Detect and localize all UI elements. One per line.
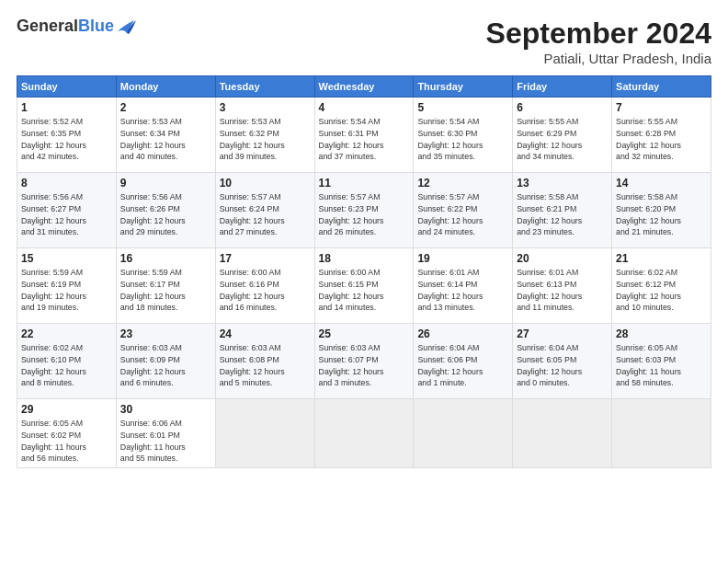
calendar-header-sunday: Sunday — [17, 76, 117, 98]
day-number: 1 — [21, 101, 112, 114]
day-info: Sunrise: 6:01 AM Sunset: 6:14 PM Dayligh… — [417, 267, 508, 314]
day-number: 26 — [417, 327, 508, 340]
page: General Blue September 2024 Patiali, Utt… — [0, 0, 728, 563]
calendar-cell: 19Sunrise: 6:01 AM Sunset: 6:14 PM Dayli… — [414, 248, 513, 324]
day-number: 24 — [220, 327, 311, 340]
day-number: 16 — [120, 252, 211, 265]
day-info: Sunrise: 5:52 AM Sunset: 6:35 PM Dayligh… — [21, 116, 112, 163]
day-info: Sunrise: 6:04 AM Sunset: 6:05 PM Dayligh… — [517, 342, 608, 389]
day-number: 17 — [220, 252, 311, 265]
day-number: 12 — [417, 177, 508, 190]
day-number: 7 — [616, 101, 707, 114]
day-info: Sunrise: 5:59 AM Sunset: 6:19 PM Dayligh… — [21, 267, 112, 314]
day-number: 3 — [220, 101, 311, 114]
day-info: Sunrise: 5:59 AM Sunset: 6:17 PM Dayligh… — [120, 267, 211, 314]
day-info: Sunrise: 5:53 AM Sunset: 6:32 PM Dayligh… — [220, 116, 311, 163]
calendar-cell: 3Sunrise: 5:53 AM Sunset: 6:32 PM Daylig… — [215, 98, 314, 173]
calendar-cell: 5Sunrise: 5:54 AM Sunset: 6:30 PM Daylig… — [414, 98, 513, 173]
calendar-cell: 26Sunrise: 6:04 AM Sunset: 6:06 PM Dayli… — [414, 324, 513, 399]
day-number: 14 — [616, 177, 707, 190]
header: General Blue September 2024 Patiali, Utt… — [17, 17, 711, 66]
day-info: Sunrise: 5:54 AM Sunset: 6:30 PM Dayligh… — [417, 116, 508, 163]
day-number: 9 — [120, 177, 211, 190]
calendar-week-2: 8Sunrise: 5:56 AM Sunset: 6:27 PM Daylig… — [17, 173, 711, 248]
day-number: 8 — [21, 177, 112, 190]
calendar-cell: 11Sunrise: 5:57 AM Sunset: 6:23 PM Dayli… — [314, 173, 414, 248]
calendar-cell: 24Sunrise: 6:03 AM Sunset: 6:08 PM Dayli… — [215, 324, 314, 399]
day-number: 15 — [21, 252, 112, 265]
calendar-header-friday: Friday — [513, 76, 612, 98]
month-title: September 2024 — [486, 17, 711, 51]
day-info: Sunrise: 5:58 AM Sunset: 6:20 PM Dayligh… — [616, 191, 707, 238]
day-info: Sunrise: 6:06 AM Sunset: 6:01 PM Dayligh… — [120, 418, 211, 465]
calendar-cell: 13Sunrise: 5:58 AM Sunset: 6:21 PM Dayli… — [513, 173, 612, 248]
day-info: Sunrise: 5:57 AM Sunset: 6:23 PM Dayligh… — [319, 191, 410, 238]
day-info: Sunrise: 5:57 AM Sunset: 6:24 PM Dayligh… — [220, 191, 311, 238]
day-info: Sunrise: 5:55 AM Sunset: 6:28 PM Dayligh… — [616, 116, 707, 163]
calendar-cell: 22Sunrise: 6:02 AM Sunset: 6:10 PM Dayli… — [17, 324, 117, 399]
calendar-cell: 29Sunrise: 6:05 AM Sunset: 6:02 PM Dayli… — [17, 399, 117, 468]
calendar-week-3: 15Sunrise: 5:59 AM Sunset: 6:19 PM Dayli… — [17, 248, 711, 324]
calendar-cell: 2Sunrise: 5:53 AM Sunset: 6:34 PM Daylig… — [116, 98, 215, 173]
day-info: Sunrise: 6:02 AM Sunset: 6:10 PM Dayligh… — [21, 342, 112, 389]
day-number: 10 — [220, 177, 311, 190]
calendar-cell: 23Sunrise: 6:03 AM Sunset: 6:09 PM Dayli… — [116, 324, 215, 399]
day-number: 21 — [616, 252, 707, 265]
calendar-cell: 17Sunrise: 6:00 AM Sunset: 6:16 PM Dayli… — [215, 248, 314, 324]
calendar-cell — [314, 399, 414, 468]
calendar-week-4: 22Sunrise: 6:02 AM Sunset: 6:10 PM Dayli… — [17, 324, 711, 399]
day-number: 6 — [517, 101, 608, 114]
day-number: 25 — [319, 327, 410, 340]
calendar-cell: 14Sunrise: 5:58 AM Sunset: 6:20 PM Dayli… — [612, 173, 711, 248]
day-number: 30 — [120, 403, 211, 416]
day-number: 28 — [616, 327, 707, 340]
day-number: 27 — [517, 327, 608, 340]
calendar-cell: 9Sunrise: 5:56 AM Sunset: 6:26 PM Daylig… — [116, 173, 215, 248]
day-number: 22 — [21, 327, 112, 340]
day-number: 23 — [120, 327, 211, 340]
calendar-cell — [414, 399, 513, 468]
calendar-cell: 6Sunrise: 5:55 AM Sunset: 6:29 PM Daylig… — [513, 98, 612, 173]
day-info: Sunrise: 6:01 AM Sunset: 6:13 PM Dayligh… — [517, 267, 608, 314]
logo-bird-icon — [116, 18, 136, 35]
calendar-cell: 7Sunrise: 5:55 AM Sunset: 6:28 PM Daylig… — [612, 98, 711, 173]
calendar-cell: 12Sunrise: 5:57 AM Sunset: 6:22 PM Dayli… — [414, 173, 513, 248]
day-number: 4 — [319, 101, 410, 114]
calendar-header-monday: Monday — [116, 76, 215, 98]
calendar-cell: 20Sunrise: 6:01 AM Sunset: 6:13 PM Dayli… — [513, 248, 612, 324]
calendar-header-wednesday: Wednesday — [314, 76, 414, 98]
calendar-cell: 4Sunrise: 5:54 AM Sunset: 6:31 PM Daylig… — [314, 98, 414, 173]
day-info: Sunrise: 6:03 AM Sunset: 6:08 PM Dayligh… — [220, 342, 311, 389]
calendar-cell: 10Sunrise: 5:57 AM Sunset: 6:24 PM Dayli… — [215, 173, 314, 248]
calendar-table: SundayMondayTuesdayWednesdayThursdayFrid… — [17, 75, 711, 468]
day-info: Sunrise: 5:56 AM Sunset: 6:27 PM Dayligh… — [21, 191, 112, 238]
day-info: Sunrise: 6:03 AM Sunset: 6:07 PM Dayligh… — [319, 342, 410, 389]
calendar-cell: 30Sunrise: 6:06 AM Sunset: 6:01 PM Dayli… — [116, 399, 215, 468]
day-number: 5 — [417, 101, 508, 114]
title-block: September 2024 Patiali, Uttar Pradesh, I… — [486, 17, 711, 66]
day-info: Sunrise: 6:04 AM Sunset: 6:06 PM Dayligh… — [417, 342, 508, 389]
calendar-week-1: 1Sunrise: 5:52 AM Sunset: 6:35 PM Daylig… — [17, 98, 711, 173]
logo-general-text: General — [17, 17, 78, 36]
calendar-cell: 28Sunrise: 6:05 AM Sunset: 6:03 PM Dayli… — [612, 324, 711, 399]
day-number: 20 — [517, 252, 608, 265]
day-number: 13 — [517, 177, 608, 190]
calendar-header-tuesday: Tuesday — [215, 76, 314, 98]
logo-blue-text: Blue — [78, 17, 114, 36]
calendar-header-saturday: Saturday — [612, 76, 711, 98]
calendar-cell: 16Sunrise: 5:59 AM Sunset: 6:17 PM Dayli… — [116, 248, 215, 324]
logo: General Blue — [17, 17, 136, 36]
calendar-cell — [513, 399, 612, 468]
day-number: 2 — [120, 101, 211, 114]
day-info: Sunrise: 6:02 AM Sunset: 6:12 PM Dayligh… — [616, 267, 707, 314]
day-number: 29 — [21, 403, 112, 416]
calendar-cell: 25Sunrise: 6:03 AM Sunset: 6:07 PM Dayli… — [314, 324, 414, 399]
day-info: Sunrise: 6:05 AM Sunset: 6:02 PM Dayligh… — [21, 418, 112, 465]
day-number: 19 — [417, 252, 508, 265]
calendar-cell: 21Sunrise: 6:02 AM Sunset: 6:12 PM Dayli… — [612, 248, 711, 324]
day-info: Sunrise: 5:58 AM Sunset: 6:21 PM Dayligh… — [517, 191, 608, 238]
day-info: Sunrise: 5:54 AM Sunset: 6:31 PM Dayligh… — [319, 116, 410, 163]
day-info: Sunrise: 6:00 AM Sunset: 6:16 PM Dayligh… — [220, 267, 311, 314]
calendar-cell: 1Sunrise: 5:52 AM Sunset: 6:35 PM Daylig… — [17, 98, 117, 173]
calendar-cell: 27Sunrise: 6:04 AM Sunset: 6:05 PM Dayli… — [513, 324, 612, 399]
